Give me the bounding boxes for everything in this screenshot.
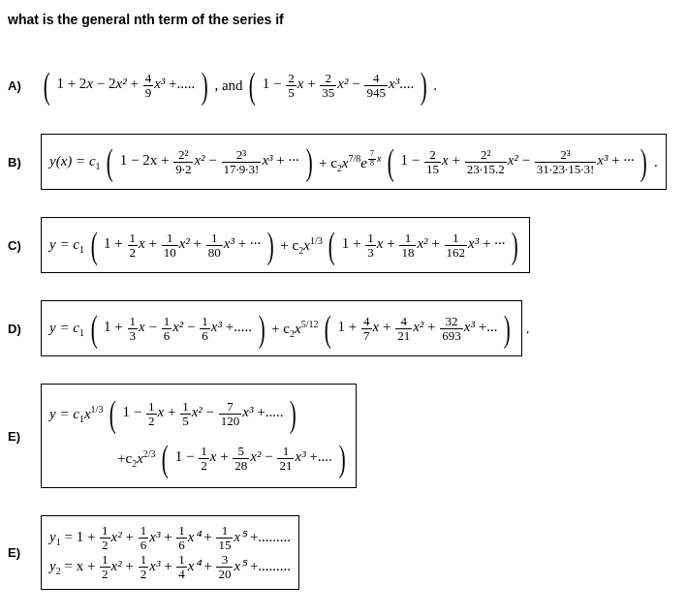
option-e2-label: E) (8, 545, 41, 560)
option-d-row: D) y = c1 ( 1 + 13x − 16x² − 16x³ +.....… (8, 300, 679, 356)
option-b-row: B) y(x) = c1 ( 1 − 2x + 2²9·2x² − 2³17·9… (8, 134, 679, 190)
option-d-label: D) (8, 322, 41, 336)
option-c-row: C) y = c1 ( 1 + 12x + 110x² + 180x³ + ··… (8, 217, 679, 273)
option-d-expr: y = c1 ( 1 + 13x − 16x² − 16x³ +..... ) … (41, 300, 522, 356)
option-e2-expr: y1 = 1 + 12x² + 16x³ + 16x⁴ + 115x⁵ +...… (41, 515, 299, 590)
option-a-expr: ( 1 + 2x − 2x² + 49x³ +..... ) , and ( 1… (41, 64, 437, 107)
option-c-label: C) (8, 238, 41, 253)
option-c-expr: y = c1 ( 1 + 12x + 110x² + 180x³ + ··· )… (41, 217, 530, 273)
option-b-expr: y(x) = c1 ( 1 − 2x + 2²9·2x² − 2³17·9·3!… (41, 134, 667, 190)
option-e1-label: E) (8, 429, 41, 444)
option-a-row: A) ( 1 + 2x − 2x² + 49x³ +..... ) , and … (8, 64, 679, 107)
option-e2-row: E) y1 = 1 + 12x² + 16x³ + 16x⁴ + 115x⁵ +… (8, 515, 679, 590)
option-e1-expr: y = c1x1/3 ( 1 − 12x + 15x² − 7120x³ +..… (41, 384, 357, 488)
option-d-dot: . (526, 321, 530, 337)
option-b-label: B) (8, 155, 41, 169)
option-a-label: A) (8, 78, 41, 93)
question-title: what is the general nth term of the seri… (8, 12, 679, 27)
option-e1-row: E) y = c1x1/3 ( 1 − 12x + 15x² − 7120x³ … (8, 384, 679, 488)
